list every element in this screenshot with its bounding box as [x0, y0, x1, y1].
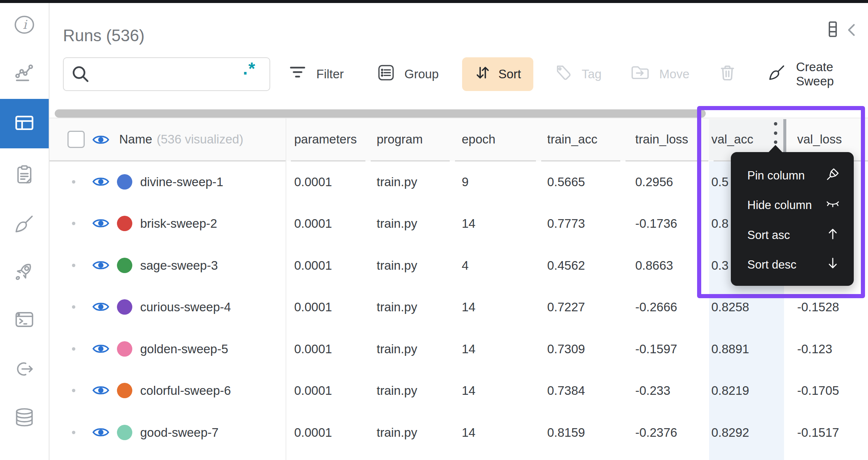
delete-button[interactable] [718, 57, 737, 91]
sort-button[interactable]: Sort [462, 57, 533, 91]
sidebar-item-charts[interactable] [0, 51, 49, 96]
run-name[interactable]: good-sweep-7 [140, 412, 218, 453]
name-column-header[interactable]: Name (536 visualized) [119, 130, 243, 148]
search-input[interactable] [63, 57, 270, 91]
cell-epoch: 14 [462, 203, 476, 244]
menu-item-pin-column[interactable]: Pin column [731, 161, 854, 190]
sidebar-item-info[interactable]: i [0, 3, 49, 48]
filter-label: Filter [316, 67, 344, 81]
horizontal-scrollbar-thumb[interactable] [55, 109, 706, 118]
cell-train-acc: 0.7773 [547, 203, 585, 244]
filter-icon [289, 65, 307, 84]
sort-label: Sort [498, 67, 521, 81]
group-button[interactable]: Group [377, 57, 439, 91]
column-header-epoch[interactable]: epoch [462, 130, 495, 148]
cell-val-loss: -0.1705 [797, 370, 839, 411]
menu-item-hide-column[interactable]: Hide column [731, 191, 854, 220]
visibility-eye-icon[interactable] [92, 175, 109, 188]
visibility-eye-icon[interactable] [92, 342, 109, 355]
move-button[interactable]: Move [631, 57, 690, 91]
cell-program: train.py [377, 161, 417, 203]
visibility-eye-icon[interactable] [92, 259, 109, 272]
menu-item-sort-desc[interactable]: Sort desc [731, 251, 854, 279]
drag-handle-dot [72, 305, 75, 309]
cell-train-acc: 0.7309 [547, 328, 585, 370]
cell-train-loss: -0.2666 [635, 286, 677, 328]
cell-train-loss: 0.8663 [635, 245, 673, 286]
table-icon [13, 112, 35, 135]
cell-parameters: 0.0001 [294, 203, 332, 244]
run-name[interactable]: golden-sweep-5 [140, 328, 228, 370]
drag-handle-dot [72, 180, 75, 184]
arrow-up-icon [825, 226, 840, 244]
group-icon [377, 64, 395, 84]
visibility-eye-icon[interactable] [92, 217, 109, 230]
info-icon: i [13, 14, 35, 37]
run-name[interactable]: sage-sweep-3 [140, 245, 218, 286]
run-color-swatch [117, 258, 132, 273]
run-name[interactable]: curious-sweep-4 [140, 286, 231, 328]
select-all-checkbox[interactable] [67, 131, 85, 148]
filter-button[interactable]: Filter [289, 57, 344, 91]
table-row[interactable]: good-sweep-7 0.0001 train.py 14 0.8159 -… [0, 412, 868, 453]
run-name[interactable]: divine-sweep-1 [140, 161, 223, 203]
tag-icon [555, 64, 572, 84]
svg-text:i: i [23, 18, 28, 32]
move-label: Move [659, 67, 690, 81]
visibility-eye-icon[interactable] [92, 384, 109, 397]
cell-train-loss: -0.233 [635, 370, 670, 411]
runs-table-page: i [0, 0, 868, 460]
cell-parameters: 0.0001 [294, 161, 332, 203]
run-name[interactable]: colorful-sweep-6 [140, 370, 231, 411]
cell-epoch: 14 [462, 370, 476, 411]
tag-button[interactable]: Tag [555, 57, 602, 91]
arrow-down-icon [825, 256, 840, 274]
run-name[interactable]: brisk-sweep-2 [140, 203, 217, 244]
regex-toggle-icon[interactable]: .* [243, 58, 256, 79]
menu-item-sort-asc[interactable]: Sort asc [731, 221, 854, 249]
page-title: Runs (536) [63, 26, 145, 45]
create-sweep-button[interactable]: Create Sweep [768, 57, 868, 91]
visibility-eye-icon[interactable] [92, 300, 109, 313]
pin-icon [825, 167, 840, 185]
run-color-swatch [117, 216, 132, 231]
cell-epoch: 4 [462, 245, 468, 286]
cell-train-acc: 0.4562 [547, 245, 585, 286]
search-icon [70, 64, 91, 86]
line-chart-icon [13, 62, 35, 85]
column-header-program[interactable]: program [377, 130, 423, 148]
column-header-train-acc[interactable]: train_acc [547, 130, 597, 148]
collapse-chevron-icon[interactable] [844, 22, 861, 40]
visibility-eye-icon[interactable] [92, 426, 109, 439]
cell-train-loss: 0.2956 [635, 161, 673, 203]
cell-program: train.py [377, 328, 417, 370]
menu-item-label: Pin column [747, 169, 805, 182]
sort-icon [474, 64, 491, 84]
columns-icon[interactable] [824, 20, 842, 40]
cell-program: train.py [377, 203, 417, 244]
table-row[interactable]: golden-sweep-5 0.0001 train.py 14 0.7309… [0, 328, 868, 370]
move-folder-icon [631, 64, 650, 84]
visualized-count: (536 visualized) [157, 132, 243, 146]
column-context-menu: Pin column Hide column Sort asc [731, 152, 854, 286]
run-color-swatch [117, 174, 132, 190]
drag-handle-dot [72, 347, 75, 351]
trash-icon [718, 63, 737, 86]
column-header-train-loss[interactable]: train_loss [635, 130, 688, 148]
cell-parameters: 0.0001 [294, 245, 332, 286]
cell-train-loss: -0.1736 [635, 203, 677, 244]
sidebar-item-table-active[interactable] [0, 99, 49, 148]
run-color-swatch [117, 299, 132, 315]
menu-item-label: Sort asc [747, 229, 790, 242]
table-row[interactable]: colorful-sweep-6 0.0001 train.py 14 0.73… [0, 370, 868, 411]
cell-epoch: 9 [462, 161, 468, 203]
run-color-swatch [117, 425, 132, 440]
cell-train-acc: 0.7227 [547, 286, 585, 328]
column-header-parameters[interactable]: parameters [294, 130, 357, 148]
cell-val-loss: -0.1517 [797, 412, 839, 453]
cell-train-acc: 0.5665 [547, 161, 585, 203]
menu-caret [768, 145, 783, 152]
run-color-swatch [117, 383, 132, 398]
visibility-eye-icon[interactable] [92, 133, 109, 146]
cell-program: train.py [377, 286, 417, 328]
